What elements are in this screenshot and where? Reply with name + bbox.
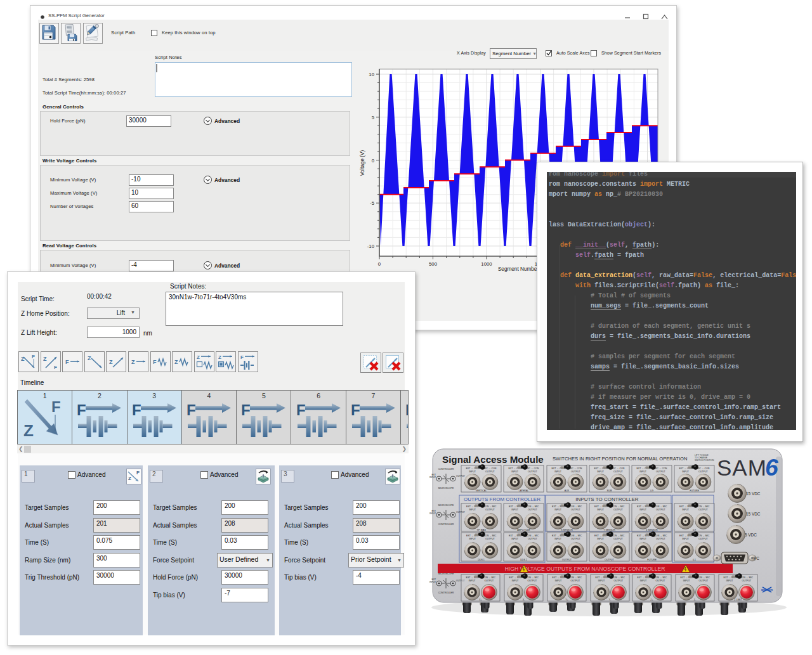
svg-text:CONTROLLER: CONTROLLER [438,468,454,470]
svg-text:1000: 1000 [481,261,492,267]
svg-text:F: F [132,401,141,418]
svg-text:INPUT: INPUT [511,538,519,540]
svg-text:INPUT: INPUT [469,509,476,511]
svg-text:0-9: 0-9 [650,490,653,492]
svg-text:OUTPUT: OUTPUT [485,538,495,540]
svg-text:CON → MIC: CON → MIC [612,505,625,508]
svg-text:OUTPUT: OUTPUT [656,470,666,473]
svg-text:Z: Z [131,359,135,365]
svg-text:CON → MIC: CON → MIC [697,505,710,508]
svg-text:INPUT: INPUT [512,580,520,582]
svg-text:X SENSOR: X SENSOR [561,529,573,531]
svg-text:OUTPUT: OUTPUT [613,509,624,511]
svg-text:LATERAL: LATERAL [519,490,529,492]
svg-text:F: F [405,401,409,418]
svg-text:INPUT: INPUT [682,470,690,473]
svg-text:OUTPUT: OUTPUT [571,580,581,582]
svg-text:Z: Z [128,476,131,481]
svg-text:INPUT: INPUT [640,580,648,582]
svg-text:INPUT: INPUT [429,512,436,515]
svg-text:CONTROLLER: CONTROLLER [438,592,454,594]
svg-text:Y+: Y+ [565,599,568,601]
svg-text:CON → MIC: CON → MIC [526,576,539,579]
svg-text:INPUT: INPUT [511,509,519,511]
svg-text:MIC → CON: MIC → CON [654,467,667,470]
svg-text:OUTPUT: OUTPUT [698,470,709,473]
svg-text:0: 0 [372,158,375,164]
svg-text:500: 500 [429,261,438,267]
svg-text:CON → MIC: CON → MIC [483,505,497,508]
svg-text:CONTROLLER: CONTROLLER [438,523,454,526]
svg-text:Z SENSOR: Z SENSOR [646,529,658,531]
svg-text:INPUT: INPUT [511,470,519,473]
svg-text:FUTURE: FUTURE [690,490,699,492]
svg-text:CON → MIC: CON → MIC [654,576,667,579]
svg-text:INPUT: INPUT [469,538,476,540]
svg-text:Z: Z [43,356,47,362]
svg-text:OUTPUT: OUTPUT [528,538,538,540]
svg-text:Z: Z [23,421,34,440]
svg-text:Signal Access Module: Signal Access Module [442,454,544,465]
svg-text:DDS 1: DDS 1 [478,559,485,561]
svg-text:F: F [296,401,306,418]
svg-text:INPUT: INPUT [639,509,647,511]
svg-text:MIC → CON: MIC → CON [526,467,539,470]
svg-text:INPUT: INPUT [682,538,690,540]
svg-text:OUTPUT: OUTPUT [699,580,709,582]
svg-text:Z: Z [218,354,221,360]
svg-text:0: 0 [378,261,381,267]
svg-text:OUTPUT: OUTPUT [698,509,709,511]
svg-text:OUTPUT: OUTPUT [456,475,465,477]
svg-text:INPUT: INPUT [639,538,647,540]
svg-text:0-1: 0-1 [693,559,696,561]
svg-text:F: F [32,354,35,360]
svg-text:HIGH VOLTAGE OUTPUTS FROM NANO: HIGH VOLTAGE OUTPUTS FROM NANOSCOPE CONT… [505,566,665,572]
svg-text:SWITCH POSITION: SWITCH POSITION [695,459,714,462]
svg-text:INPUT: INPUT [554,470,562,473]
svg-text:CON → MIC: CON → MIC [612,535,625,537]
svg-text:Segment Number: Segment Number [498,266,539,272]
svg-text:F: F [136,470,140,476]
svg-text:OUTPUT: OUTPUT [698,538,709,540]
svg-text:BRUKER: BRUKER [761,588,773,592]
svg-text:Z: Z [197,354,200,360]
svg-text:Y SENSOR: Y SENSOR [603,529,615,531]
svg-text:Z LIMIT: Z LIMIT [734,599,742,601]
svg-text:Z+: Z+ [650,599,653,601]
svg-text:0-9: 0-9 [693,529,696,531]
svg-text:OUTPUT: OUTPUT [613,470,624,473]
svg-text:AMPLITUDE: AMPLITUDE [517,529,530,531]
svg-text:INPUT: INPUT [597,509,605,511]
svg-text:F: F [240,354,244,360]
svg-text:F: F [77,401,86,418]
svg-text:DDS 2: DDS 2 [520,559,527,561]
svg-text:5: 5 [372,115,375,120]
svg-text:SAM: SAM [717,455,767,480]
svg-text:OUTPUT: OUTPUT [485,580,495,582]
svg-text:INPUT: INPUT [469,470,476,473]
svg-text:OUTPUT: OUTPUT [742,580,752,582]
svg-text:TIP BIAS: TIP BIAS [476,529,486,531]
svg-text:Z: Z [21,356,25,362]
svg-text:SUM: SUM [607,490,612,492]
svg-text:MIC → CON: MIC → CON [483,467,497,470]
svg-text:OUTPUT: OUTPUT [562,559,572,561]
svg-text:CON → MIC: CON → MIC [697,576,710,579]
svg-text:OUTPUT: OUTPUT [656,538,666,540]
svg-text:FUTURE: FUTURE [647,559,657,561]
svg-text:X+: X+ [479,599,482,601]
svg-text:15 VDC: 15 VDC [746,491,761,496]
svg-text:OUTPUT: OUTPUT [528,580,538,582]
svg-text:15 VDC: 15 VDC [746,512,761,516]
svg-text:INPUT: INPUT [429,476,436,479]
svg-text:CON → MIC: CON → MIC [697,535,710,537]
svg-text:OUTPUT: OUTPUT [656,509,666,511]
svg-text:OUTPUT: OUTPUT [613,538,624,540]
svg-text:CON → MIC: CON → MIC [654,505,667,508]
svg-text:OUTPUT: OUTPUT [456,511,465,514]
svg-text:F: F [187,401,196,418]
svg-text:INPUT: INPUT [598,580,606,582]
svg-text:INPUT: INPUT [683,580,691,582]
svg-text:MICROSCOPE: MICROSCOPE [438,504,454,507]
svg-text:OUTPUTS FROM CONTROLLER: OUTPUTS FROM CONTROLLER [464,496,540,502]
